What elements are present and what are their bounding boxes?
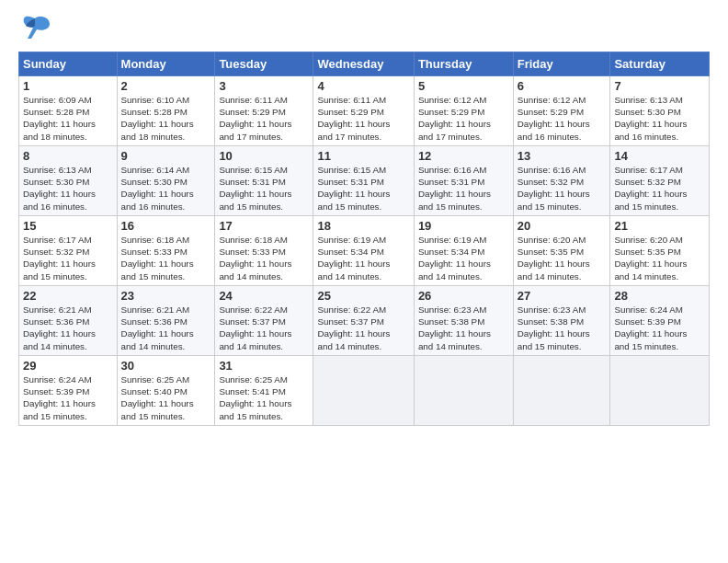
header bbox=[18, 15, 710, 42]
day-number: 5 bbox=[418, 79, 509, 93]
day-info: Sunrise: 6:16 AM Sunset: 5:32 PM Dayligh… bbox=[518, 164, 607, 213]
day-number: 8 bbox=[23, 149, 113, 163]
day-info: Sunrise: 6:15 AM Sunset: 5:31 PM Dayligh… bbox=[317, 164, 409, 213]
day-number: 27 bbox=[518, 289, 607, 303]
calendar-cell: 20Sunrise: 6:20 AM Sunset: 5:35 PM Dayli… bbox=[513, 216, 610, 286]
day-info: Sunrise: 6:11 AM Sunset: 5:29 PM Dayligh… bbox=[219, 94, 309, 143]
calendar-cell: 22Sunrise: 6:21 AM Sunset: 5:36 PM Dayli… bbox=[19, 286, 118, 356]
calendar-cell: 19Sunrise: 6:19 AM Sunset: 5:34 PM Dayli… bbox=[414, 216, 513, 286]
calendar-week-row: 29Sunrise: 6:24 AM Sunset: 5:39 PM Dayli… bbox=[19, 356, 710, 426]
day-number: 16 bbox=[121, 219, 211, 233]
calendar-cell: 30Sunrise: 6:25 AM Sunset: 5:40 PM Dayli… bbox=[117, 356, 215, 426]
day-number: 23 bbox=[121, 289, 211, 303]
calendar-cell: 18Sunrise: 6:19 AM Sunset: 5:34 PM Dayli… bbox=[313, 216, 414, 286]
day-info: Sunrise: 6:20 AM Sunset: 5:35 PM Dayligh… bbox=[518, 234, 607, 282]
day-number: 18 bbox=[317, 219, 409, 233]
calendar-cell: 1Sunrise: 6:09 AM Sunset: 5:28 PM Daylig… bbox=[19, 76, 118, 146]
day-info: Sunrise: 6:23 AM Sunset: 5:38 PM Dayligh… bbox=[418, 304, 509, 352]
page: SundayMondayTuesdayWednesdayThursdayFrid… bbox=[0, 0, 728, 435]
day-number: 12 bbox=[418, 149, 509, 163]
day-info: Sunrise: 6:09 AM Sunset: 5:28 PM Dayligh… bbox=[23, 94, 113, 143]
calendar-week-row: 8Sunrise: 6:13 AM Sunset: 5:30 PM Daylig… bbox=[19, 146, 710, 216]
calendar-cell: 27Sunrise: 6:23 AM Sunset: 5:38 PM Dayli… bbox=[513, 286, 610, 356]
calendar-cell: 23Sunrise: 6:21 AM Sunset: 5:36 PM Dayli… bbox=[117, 286, 215, 356]
calendar-cell bbox=[610, 356, 710, 426]
weekday-wednesday: Wednesday bbox=[313, 52, 414, 76]
day-number: 20 bbox=[518, 219, 607, 233]
calendar-cell: 21Sunrise: 6:20 AM Sunset: 5:35 PM Dayli… bbox=[610, 216, 710, 286]
day-number: 24 bbox=[219, 289, 309, 303]
day-number: 26 bbox=[418, 289, 509, 303]
day-number: 1 bbox=[23, 79, 113, 93]
day-number: 2 bbox=[121, 79, 211, 93]
day-number: 25 bbox=[317, 289, 409, 303]
calendar-table: SundayMondayTuesdayWednesdayThursdayFrid… bbox=[18, 52, 710, 426]
weekday-saturday: Saturday bbox=[610, 52, 710, 76]
day-info: Sunrise: 6:25 AM Sunset: 5:41 PM Dayligh… bbox=[219, 373, 309, 422]
day-info: Sunrise: 6:18 AM Sunset: 5:33 PM Dayligh… bbox=[121, 234, 211, 282]
day-info: Sunrise: 6:14 AM Sunset: 5:30 PM Dayligh… bbox=[121, 164, 211, 213]
day-info: Sunrise: 6:10 AM Sunset: 5:28 PM Dayligh… bbox=[121, 94, 211, 143]
calendar-cell: 10Sunrise: 6:15 AM Sunset: 5:31 PM Dayli… bbox=[215, 146, 313, 216]
day-info: Sunrise: 6:17 AM Sunset: 5:32 PM Dayligh… bbox=[23, 234, 113, 282]
day-info: Sunrise: 6:13 AM Sunset: 5:30 PM Dayligh… bbox=[23, 164, 113, 213]
day-number: 10 bbox=[219, 149, 309, 163]
calendar-week-row: 15Sunrise: 6:17 AM Sunset: 5:32 PM Dayli… bbox=[19, 216, 710, 286]
day-info: Sunrise: 6:20 AM Sunset: 5:35 PM Dayligh… bbox=[614, 234, 705, 282]
calendar-cell: 26Sunrise: 6:23 AM Sunset: 5:38 PM Dayli… bbox=[414, 286, 513, 356]
day-info: Sunrise: 6:17 AM Sunset: 5:32 PM Dayligh… bbox=[614, 164, 705, 213]
logo bbox=[18, 15, 55, 42]
calendar-cell: 29Sunrise: 6:24 AM Sunset: 5:39 PM Dayli… bbox=[19, 356, 118, 426]
day-info: Sunrise: 6:11 AM Sunset: 5:29 PM Dayligh… bbox=[317, 94, 409, 143]
logo-icon bbox=[18, 15, 51, 42]
day-info: Sunrise: 6:12 AM Sunset: 5:29 PM Dayligh… bbox=[418, 94, 509, 143]
day-number: 28 bbox=[614, 289, 705, 303]
calendar-cell: 2Sunrise: 6:10 AM Sunset: 5:28 PM Daylig… bbox=[117, 76, 215, 146]
calendar-cell: 28Sunrise: 6:24 AM Sunset: 5:39 PM Dayli… bbox=[610, 286, 710, 356]
day-info: Sunrise: 6:16 AM Sunset: 5:31 PM Dayligh… bbox=[418, 164, 509, 213]
day-number: 4 bbox=[317, 79, 409, 93]
day-info: Sunrise: 6:19 AM Sunset: 5:34 PM Dayligh… bbox=[418, 234, 509, 282]
calendar-cell: 4Sunrise: 6:11 AM Sunset: 5:29 PM Daylig… bbox=[313, 76, 414, 146]
day-info: Sunrise: 6:24 AM Sunset: 5:39 PM Dayligh… bbox=[23, 373, 113, 422]
day-number: 30 bbox=[121, 359, 211, 373]
day-number: 29 bbox=[23, 359, 113, 373]
calendar-cell: 13Sunrise: 6:16 AM Sunset: 5:32 PM Dayli… bbox=[513, 146, 610, 216]
calendar-cell: 15Sunrise: 6:17 AM Sunset: 5:32 PM Dayli… bbox=[19, 216, 118, 286]
calendar-cell: 14Sunrise: 6:17 AM Sunset: 5:32 PM Dayli… bbox=[610, 146, 710, 216]
day-number: 31 bbox=[219, 359, 309, 373]
weekday-sunday: Sunday bbox=[19, 52, 118, 76]
calendar-cell: 6Sunrise: 6:12 AM Sunset: 5:29 PM Daylig… bbox=[513, 76, 610, 146]
calendar-cell: 9Sunrise: 6:14 AM Sunset: 5:30 PM Daylig… bbox=[117, 146, 215, 216]
calendar-cell: 24Sunrise: 6:22 AM Sunset: 5:37 PM Dayli… bbox=[215, 286, 313, 356]
day-info: Sunrise: 6:22 AM Sunset: 5:37 PM Dayligh… bbox=[219, 304, 309, 352]
day-number: 21 bbox=[614, 219, 705, 233]
calendar-week-row: 1Sunrise: 6:09 AM Sunset: 5:28 PM Daylig… bbox=[19, 76, 710, 146]
weekday-tuesday: Tuesday bbox=[215, 52, 313, 76]
day-info: Sunrise: 6:13 AM Sunset: 5:30 PM Dayligh… bbox=[614, 94, 705, 143]
weekday-thursday: Thursday bbox=[414, 52, 513, 76]
day-info: Sunrise: 6:12 AM Sunset: 5:29 PM Dayligh… bbox=[518, 94, 607, 143]
day-info: Sunrise: 6:24 AM Sunset: 5:39 PM Dayligh… bbox=[614, 304, 705, 352]
calendar-cell: 25Sunrise: 6:22 AM Sunset: 5:37 PM Dayli… bbox=[313, 286, 414, 356]
calendar-cell bbox=[313, 356, 414, 426]
day-info: Sunrise: 6:25 AM Sunset: 5:40 PM Dayligh… bbox=[121, 373, 211, 422]
day-number: 14 bbox=[614, 149, 705, 163]
calendar-cell: 11Sunrise: 6:15 AM Sunset: 5:31 PM Dayli… bbox=[313, 146, 414, 216]
calendar-cell: 17Sunrise: 6:18 AM Sunset: 5:33 PM Dayli… bbox=[215, 216, 313, 286]
calendar-cell bbox=[414, 356, 513, 426]
day-info: Sunrise: 6:19 AM Sunset: 5:34 PM Dayligh… bbox=[317, 234, 409, 282]
calendar-cell: 3Sunrise: 6:11 AM Sunset: 5:29 PM Daylig… bbox=[215, 76, 313, 146]
day-number: 13 bbox=[518, 149, 607, 163]
calendar-cell: 12Sunrise: 6:16 AM Sunset: 5:31 PM Dayli… bbox=[414, 146, 513, 216]
day-info: Sunrise: 6:22 AM Sunset: 5:37 PM Dayligh… bbox=[317, 304, 409, 352]
day-info: Sunrise: 6:21 AM Sunset: 5:36 PM Dayligh… bbox=[121, 304, 211, 352]
day-number: 19 bbox=[418, 219, 509, 233]
day-number: 15 bbox=[23, 219, 113, 233]
calendar-cell: 31Sunrise: 6:25 AM Sunset: 5:41 PM Dayli… bbox=[215, 356, 313, 426]
weekday-friday: Friday bbox=[513, 52, 610, 76]
day-number: 11 bbox=[317, 149, 409, 163]
day-number: 3 bbox=[219, 79, 309, 93]
calendar-cell: 7Sunrise: 6:13 AM Sunset: 5:30 PM Daylig… bbox=[610, 76, 710, 146]
day-info: Sunrise: 6:23 AM Sunset: 5:38 PM Dayligh… bbox=[518, 304, 607, 352]
